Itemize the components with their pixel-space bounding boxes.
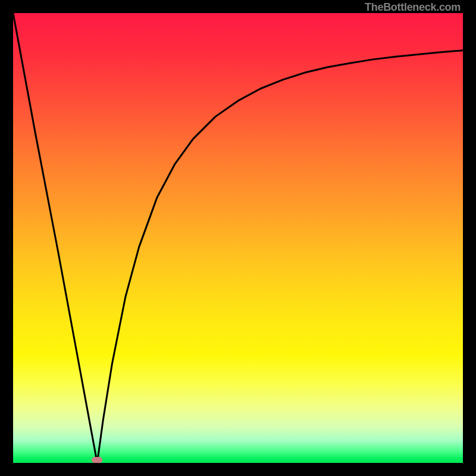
min-marker [92, 457, 102, 463]
curve-right [97, 51, 463, 463]
chart-frame: TheBottleneck.com [0, 0, 476, 476]
attribution-text: TheBottleneck.com [365, 1, 461, 14]
plot-area [13, 13, 463, 463]
curve-layer [13, 13, 463, 463]
curve-left [13, 13, 97, 463]
